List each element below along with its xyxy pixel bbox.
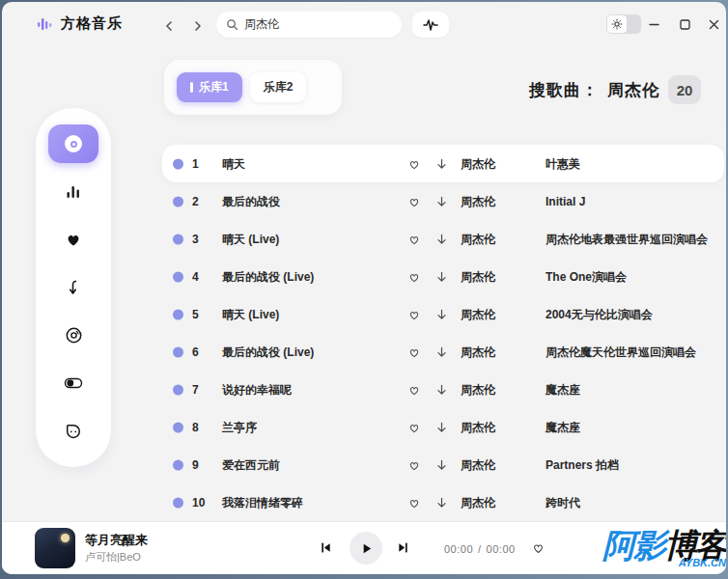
download-icon[interactable] <box>435 157 448 170</box>
table-row[interactable]: 2 最后的战役 周杰伦 Initial J <box>162 182 724 220</box>
download-icon[interactable] <box>435 270 448 283</box>
like-icon[interactable] <box>407 233 421 246</box>
music-note-icon <box>65 279 82 296</box>
sidebar-item-downloads[interactable] <box>48 268 98 307</box>
table-row[interactable]: 3 晴天 (Live) 周杰伦 周杰伦地表最强世界巡回演唱会 <box>162 220 724 258</box>
forward-button[interactable] <box>189 17 207 35</box>
like-icon[interactable] <box>407 496 421 510</box>
sidebar-item-albums[interactable] <box>48 317 98 355</box>
like-icon[interactable] <box>407 157 421 171</box>
table-row[interactable]: 1 晴天 周杰伦 叶惠美 <box>162 145 724 182</box>
result-label: 搜歌曲： <box>529 79 599 101</box>
song-artist: 周杰伦 <box>461 419 495 435</box>
song-artist: 周杰伦 <box>461 494 495 510</box>
tab-label: 乐库1 <box>199 79 229 96</box>
previous-icon <box>319 540 333 555</box>
search-input[interactable] <box>244 18 379 32</box>
minimize-button[interactable] <box>645 15 662 33</box>
song-index: 1 <box>192 157 199 171</box>
table-row[interactable]: 8 兰亭序 周杰伦 魔杰座 <box>162 408 724 446</box>
time-display: 00:00 / 00:00 <box>444 543 516 555</box>
next-button[interactable] <box>396 540 410 555</box>
song-artist: 周杰伦 <box>461 344 495 360</box>
table-row[interactable]: 5 晴天 (Live) 周杰伦 2004无与伦比演唱会 <box>162 295 724 333</box>
tab-library-2[interactable]: 乐库2 <box>250 72 307 102</box>
sidebar <box>36 108 111 467</box>
song-album: 2004无与伦比演唱会 <box>546 306 653 322</box>
download-icon[interactable] <box>435 233 448 245</box>
previous-button[interactable] <box>319 540 333 555</box>
close-button[interactable] <box>705 15 722 33</box>
tab-active-indicator <box>190 82 193 93</box>
sidebar-item-mode-switch[interactable] <box>48 364 98 402</box>
waveform-icon <box>423 18 438 32</box>
maximize-button[interactable] <box>676 15 693 33</box>
song-title: 我落泪情绪零碎 <box>222 494 303 510</box>
play-button[interactable] <box>350 532 382 565</box>
song-index: 3 <box>192 233 199 246</box>
download-icon[interactable] <box>435 308 448 320</box>
download-icon[interactable] <box>435 496 448 509</box>
like-icon <box>531 540 546 555</box>
bullet-dot <box>173 497 183 508</box>
bullet-dot <box>173 309 183 319</box>
table-row[interactable]: 4 最后的战役 (Live) 周杰伦 The One演唱会 <box>162 258 724 295</box>
search-result-line: 搜歌曲： 周杰伦 20 <box>529 75 701 104</box>
library-tabs: 乐库1 乐库2 <box>164 60 342 115</box>
download-icon[interactable] <box>435 383 448 396</box>
back-button[interactable] <box>160 17 178 35</box>
song-index: 6 <box>192 345 199 359</box>
song-title: 最后的战役 (Live) <box>222 344 314 360</box>
table-row[interactable]: 9 爱在西元前 周杰伦 Partners 拍档 <box>162 446 724 483</box>
feedback-icon <box>65 423 82 440</box>
like-icon[interactable] <box>407 421 421 434</box>
download-icon[interactable] <box>435 458 448 471</box>
album-art[interactable] <box>35 528 75 568</box>
bullet-dot <box>173 196 183 207</box>
table-row[interactable]: 10 我落泪情绪零碎 周杰伦 跨时代 <box>162 483 724 521</box>
song-index: 5 <box>192 308 199 321</box>
current-time: 00:00 <box>444 543 473 555</box>
sidebar-item-feedback[interactable] <box>48 412 98 451</box>
search-box[interactable] <box>216 12 402 38</box>
play-icon <box>360 542 373 555</box>
player-like-button[interactable] <box>531 540 546 555</box>
download-icon[interactable] <box>435 345 448 358</box>
song-album: Partners 拍档 <box>546 456 619 473</box>
like-icon[interactable] <box>407 308 421 321</box>
download-icon[interactable] <box>435 421 448 433</box>
song-artist: 周杰伦 <box>461 193 495 209</box>
bullet-dot <box>173 384 183 395</box>
theme-toggle[interactable] <box>606 14 641 34</box>
like-icon[interactable] <box>407 383 421 397</box>
song-title: 最后的战役 <box>222 193 280 209</box>
song-index: 10 <box>192 496 205 510</box>
song-artist: 周杰伦 <box>461 155 495 172</box>
now-playing-artist: 卢可怡|BeO <box>85 550 141 565</box>
search-icon <box>226 18 238 31</box>
sidebar-item-ranking[interactable] <box>48 173 98 211</box>
like-icon[interactable] <box>407 195 421 208</box>
sidebar-item-favorites[interactable] <box>48 220 98 259</box>
bullet-dot <box>173 346 183 357</box>
like-icon[interactable] <box>407 345 421 359</box>
sidebar-item-library[interactable] <box>48 124 98 163</box>
maximize-icon <box>680 19 690 30</box>
song-artist: 周杰伦 <box>461 231 495 247</box>
app-window: 方格音乐 <box>2 2 726 574</box>
bullet-dot <box>173 459 183 470</box>
table-row[interactable]: 6 最后的战役 (Live) 周杰伦 周杰伦魔天伦世界巡回演唱会 <box>162 333 724 371</box>
download-icon[interactable] <box>435 195 448 207</box>
next-icon <box>396 540 410 555</box>
moon-graphic <box>61 534 70 542</box>
like-icon[interactable] <box>407 458 421 472</box>
song-album: 魔杰座 <box>546 419 580 435</box>
like-icon[interactable] <box>407 270 421 284</box>
song-album: 周杰伦地表最强世界巡回演唱会 <box>546 231 708 247</box>
app-logo: 方格音乐 <box>37 14 123 33</box>
waveform-button[interactable] <box>412 12 449 38</box>
table-row[interactable]: 7 说好的幸福呢 周杰伦 魔杰座 <box>162 371 724 408</box>
song-album: Initial J <box>546 195 585 208</box>
tab-library-1[interactable]: 乐库1 <box>177 72 242 102</box>
minimize-icon <box>649 19 659 30</box>
